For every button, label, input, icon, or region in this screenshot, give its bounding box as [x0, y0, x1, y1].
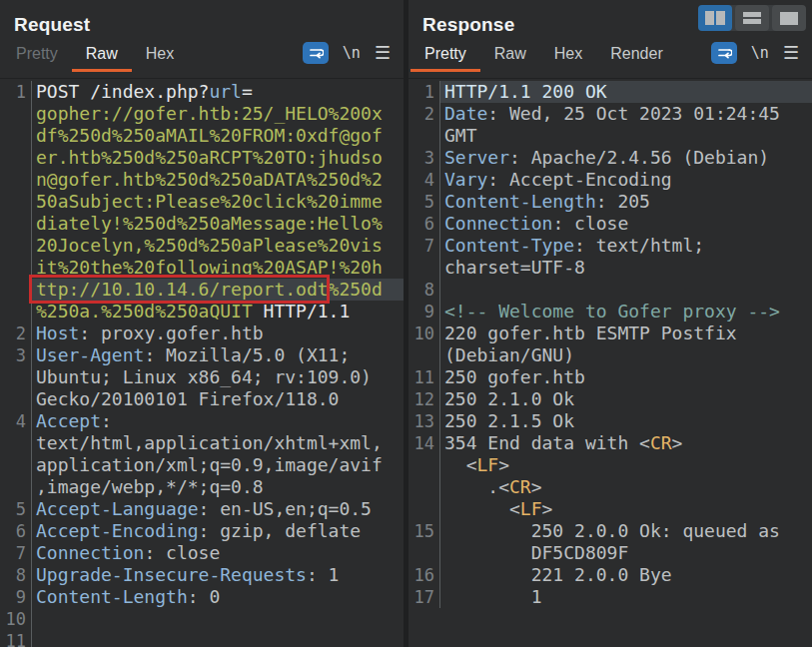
code-line: <LF> — [408, 498, 812, 520]
split-rows-view-button[interactable] — [735, 5, 769, 31]
line-number — [0, 169, 32, 191]
code-line: it%20the%20following%20ASAP!%20h — [0, 257, 404, 279]
code-line: 1HTTP/1.1 200 OK — [408, 81, 812, 103]
code-line: charset=UTF-8 — [408, 257, 812, 279]
response-panel: Response PrettyRawHexRender \n ☰ 1HTTP — [408, 0, 812, 647]
request-panel: Request PrettyRawHex \n ☰ 1POST /index — [0, 0, 404, 647]
request-tab-pretty[interactable]: Pretty — [2, 45, 72, 72]
line-number: 1 — [0, 81, 32, 103]
line-number: 11 — [0, 630, 32, 647]
line-number: 15 — [408, 520, 440, 542]
line-number: 8 — [0, 564, 32, 586]
code-line: 16 221 2.0.0 Bye — [408, 564, 812, 586]
word-wrap-icon[interactable] — [711, 42, 737, 64]
split-columns-view-button[interactable] — [698, 5, 732, 31]
code-line: Ubuntu; Linux x86_64; rv:109.0) — [0, 366, 404, 388]
code-line: ttp://10.10.14.6/report.odt%250d — [0, 279, 404, 301]
line-number: 9 — [0, 586, 32, 608]
code-line: 5Content-Length: 205 — [408, 191, 812, 213]
request-tab-raw[interactable]: Raw — [72, 45, 132, 72]
line-number — [408, 344, 440, 366]
response-header: Response PrettyRawHexRender \n ☰ — [408, 0, 812, 78]
code-line: diately!%250d%250aMessage:Hello% — [0, 213, 404, 235]
request-editor[interactable]: 1POST /index.php?url=gopher://gofer.htb:… — [0, 78, 404, 647]
code-line: 12250 2.1.0 Ok — [408, 388, 812, 410]
code-line: 8 — [408, 279, 812, 301]
response-viewer[interactable]: 1HTTP/1.1 200 OK2Date: Wed, 25 Oct 2023 … — [408, 78, 812, 647]
code-line: gopher://gofer.htb:25/_HELO%200x — [0, 103, 404, 125]
line-number: 9 — [408, 301, 440, 323]
code-line: 7Connection: close — [0, 542, 404, 564]
line-number — [408, 257, 440, 279]
code-line: 9Content-Length: 0 — [0, 586, 404, 608]
line-number: 5 — [0, 498, 32, 520]
code-line: 1POST /index.php?url= — [0, 81, 404, 103]
single-view-button[interactable] — [772, 5, 806, 31]
hamburger-menu-icon[interactable]: ☰ — [375, 44, 391, 62]
code-line: ,image/webp,*/*;q=0.8 — [0, 476, 404, 498]
line-number: 2 — [0, 323, 32, 344]
code-line: text/html,application/xhtml+xml, — [0, 432, 404, 454]
request-tabs: PrettyRawHex \n ☰ — [0, 36, 404, 72]
line-number — [408, 454, 440, 476]
code-line: 3Server: Apache/2.4.56 (Debian) — [408, 147, 812, 169]
newline-toggle-icon[interactable]: \n — [751, 44, 769, 62]
line-number: 4 — [0, 410, 32, 432]
line-number — [0, 191, 32, 213]
line-number — [0, 454, 32, 476]
line-number: 1 — [408, 81, 440, 103]
line-number: 8 — [408, 279, 440, 301]
line-number: 12 — [408, 388, 440, 410]
line-number — [0, 432, 32, 454]
line-number — [408, 476, 440, 498]
line-number: 7 — [0, 542, 32, 564]
code-line: n@gofer.htb%250d%250aDATA%250d%2 — [0, 169, 404, 191]
code-line: 7Content-Type: text/html; — [408, 235, 812, 257]
response-tab-hex[interactable]: Hex — [540, 45, 596, 72]
line-number: 16 — [408, 564, 440, 586]
line-number — [0, 125, 32, 147]
response-tab-raw[interactable]: Raw — [480, 45, 540, 72]
line-number — [408, 498, 440, 520]
code-line: 10220 gofer.htb ESMTP Postfix — [408, 323, 812, 344]
line-number — [0, 388, 32, 410]
code-line: 50aSubject:Please%20click%20imme — [0, 191, 404, 213]
code-line: (Debian/GNU) — [408, 344, 812, 366]
request-title: Request — [0, 0, 404, 36]
code-line: 14354 End data with <CR> — [408, 432, 812, 454]
request-editor-controls: \n ☰ — [303, 42, 404, 72]
response-tab-pretty[interactable]: Pretty — [410, 45, 480, 72]
line-number — [0, 213, 32, 235]
code-line: 10 — [0, 608, 404, 630]
line-number: 6 — [0, 520, 32, 542]
code-line: df%250d%250aMAIL%20FROM:0xdf@gof — [0, 125, 404, 147]
line-number — [408, 125, 440, 147]
code-line: DF5CD809F — [408, 542, 812, 564]
line-number: 6 — [408, 213, 440, 235]
line-number: 7 — [408, 235, 440, 257]
line-number — [0, 235, 32, 257]
line-number: 10 — [0, 608, 32, 630]
code-line: Gecko/20100101 Firefox/118.0 — [0, 388, 404, 410]
layout-view-buttons — [698, 5, 806, 31]
code-line: 11250 gofer.htb — [408, 366, 812, 388]
request-tab-hex[interactable]: Hex — [132, 45, 188, 72]
code-line: 11 — [0, 630, 404, 647]
code-line: 15 250 2.0.0 Ok: queued as — [408, 520, 812, 542]
response-tabs: PrettyRawHexRender \n ☰ — [408, 36, 812, 72]
code-line: <LF> — [408, 454, 812, 476]
hamburger-menu-icon[interactable]: ☰ — [783, 44, 799, 62]
line-number: 13 — [408, 410, 440, 432]
newline-toggle-icon[interactable]: \n — [343, 44, 361, 62]
code-line: %250a.%250d%250aQUIT HTTP/1.1 — [0, 301, 404, 323]
line-number — [408, 542, 440, 564]
response-tab-render[interactable]: Render — [596, 45, 676, 72]
response-tab-list: PrettyRawHexRender — [410, 45, 677, 72]
code-line: 13250 2.1.5 Ok — [408, 410, 812, 432]
code-line: 6Accept-Encoding: gzip, deflate — [0, 520, 404, 542]
burp-message-editor: Request PrettyRawHex \n ☰ 1POST /index — [0, 0, 812, 647]
code-line: 17 1 — [408, 586, 812, 608]
line-number: 3 — [0, 344, 32, 366]
line-number: 10 — [408, 323, 440, 344]
word-wrap-icon[interactable] — [303, 42, 329, 64]
